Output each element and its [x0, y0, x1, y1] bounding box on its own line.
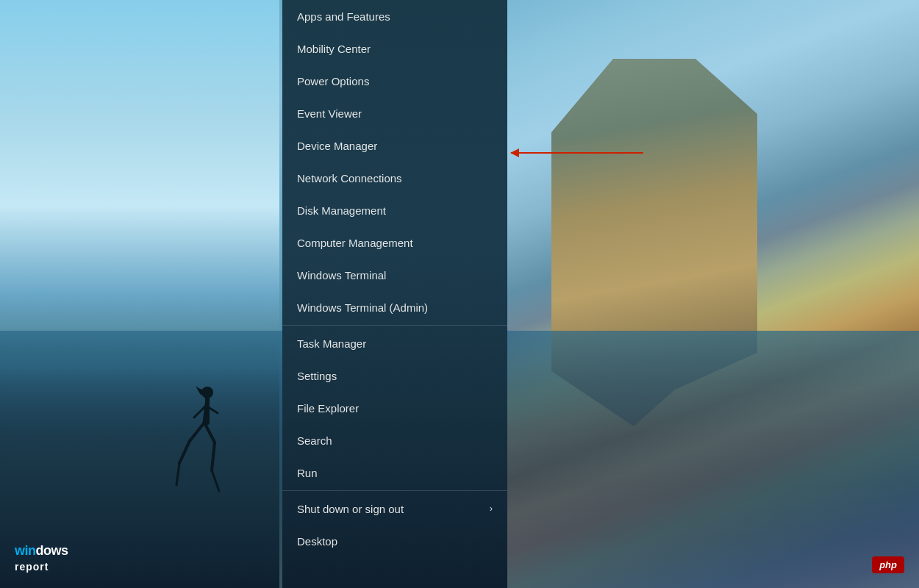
- svg-line-4: [176, 463, 179, 485]
- menu-item-disk-management[interactable]: Disk Management: [282, 194, 507, 226]
- windows-report-logo: windows report: [15, 542, 68, 573]
- menu-label-task-manager: Task Manager: [297, 337, 366, 350]
- svg-line-6: [212, 442, 215, 470]
- menu-divider-after-windows-terminal-admin: [282, 325, 507, 326]
- menu-item-search[interactable]: Search: [282, 424, 507, 456]
- svg-line-5: [204, 423, 215, 442]
- menu-label-event-viewer: Event Viewer: [297, 107, 362, 120]
- menu-label-disk-management: Disk Management: [297, 204, 386, 217]
- menu-item-run[interactable]: Run: [282, 456, 507, 489]
- svg-line-3: [179, 441, 190, 463]
- menu-divider-after-run: [282, 490, 507, 491]
- menu-item-device-manager[interactable]: Device Manager: [282, 129, 507, 162]
- menu-item-windows-terminal-admin[interactable]: Windows Terminal (Admin): [282, 291, 507, 323]
- menu-item-desktop[interactable]: Desktop: [282, 525, 507, 557]
- menu-label-mobility-center: Mobility Center: [297, 43, 371, 55]
- menu-item-mobility-center[interactable]: Mobility Center: [282, 32, 507, 65]
- context-menu: Apps and FeaturesMobility CenterPower Op…: [282, 0, 507, 588]
- menu-item-network-connections[interactable]: Network Connections: [282, 162, 507, 194]
- logo-windows-text: windows: [15, 542, 68, 559]
- menu-label-computer-management: Computer Management: [297, 237, 413, 249]
- menu-item-power-options[interactable]: Power Options: [282, 65, 507, 97]
- menu-label-search: Search: [297, 434, 332, 447]
- logo-report-text: report: [15, 560, 68, 573]
- svg-line-7: [212, 470, 219, 491]
- menu-label-device-manager: Device Manager: [297, 140, 377, 152]
- menu-item-shut-down-sign-out[interactable]: Shut down or sign out›: [282, 492, 507, 525]
- menu-label-settings: Settings: [297, 370, 337, 382]
- php-badge: php: [872, 556, 904, 573]
- menu-item-windows-terminal[interactable]: Windows Terminal: [282, 259, 507, 291]
- php-badge-text: php: [879, 559, 897, 570]
- menu-label-windows-terminal-admin: Windows Terminal (Admin): [297, 301, 428, 314]
- menu-label-desktop: Desktop: [297, 535, 337, 548]
- menu-label-power-options: Power Options: [297, 75, 369, 87]
- menu-item-task-manager[interactable]: Task Manager: [282, 327, 507, 359]
- menu-label-run: Run: [297, 467, 318, 479]
- menu-label-windows-terminal: Windows Terminal: [297, 269, 386, 282]
- runner-silhouette: [169, 382, 228, 500]
- menu-item-file-explorer[interactable]: File Explorer: [282, 392, 507, 424]
- menu-label-apps-features: Apps and Features: [297, 10, 390, 23]
- menu-item-apps-features[interactable]: Apps and Features: [282, 0, 507, 32]
- menu-item-settings[interactable]: Settings: [282, 359, 507, 392]
- menu-label-file-explorer: File Explorer: [297, 402, 359, 415]
- menu-arrow-shut-down-sign-out: ›: [490, 503, 493, 514]
- menu-item-event-viewer[interactable]: Event Viewer: [282, 97, 507, 129]
- svg-line-2: [190, 423, 204, 441]
- menu-item-computer-management[interactable]: Computer Management: [282, 226, 507, 259]
- menu-label-network-connections: Network Connections: [297, 172, 402, 184]
- menu-label-shut-down-sign-out: Shut down or sign out: [297, 503, 404, 515]
